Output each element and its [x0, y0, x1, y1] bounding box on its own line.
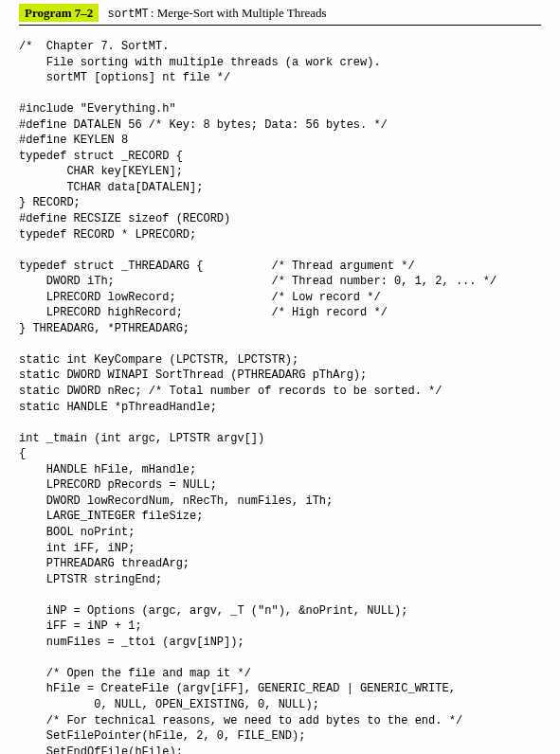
program-label: Program 7–2 — [19, 4, 99, 22]
program-code-name: sortMT — [102, 8, 149, 21]
code-listing: /* Chapter 7. SortMT. File sorting with … — [19, 39, 541, 754]
program-title: : Merge-Sort with Multiple Threads — [149, 6, 327, 20]
program-header: Program 7–2 sortMT: Merge-Sort with Mult… — [19, 0, 541, 26]
